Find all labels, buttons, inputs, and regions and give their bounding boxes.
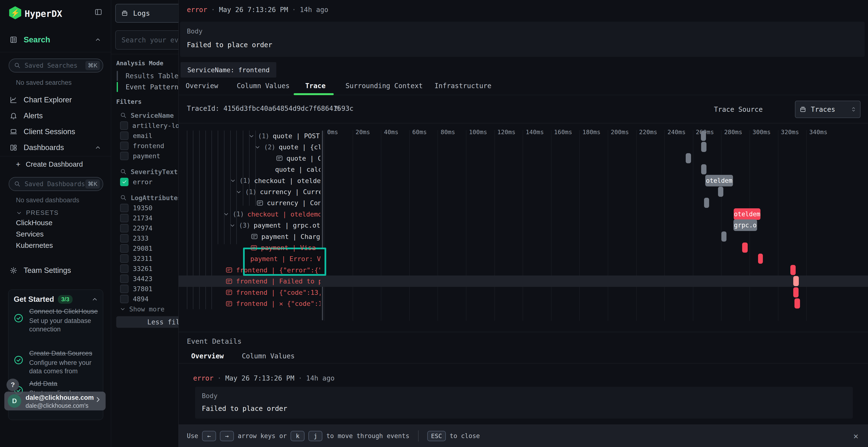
checkbox-checked[interactable] [120, 178, 128, 186]
filter-group-header[interactable]: LogAttributes [111, 193, 183, 203]
span-bar[interactable] [701, 142, 707, 152]
span-bar[interactable] [790, 265, 796, 275]
filter-checkbox-row[interactable]: 19350 [111, 203, 183, 213]
span-bar[interactable] [704, 198, 709, 208]
checkbox[interactable] [120, 142, 128, 150]
create-dashboard-button[interactable]: + Create Dashboard [0, 157, 111, 171]
span-row[interactable]: quote | calc… [275, 164, 320, 175]
span-bar[interactable] [758, 253, 763, 264]
span-row[interactable]: currency | Conv… [256, 197, 320, 209]
checkbox[interactable] [120, 204, 128, 212]
get-started-item[interactable]: Connect to ClickHouseSet up your databas… [14, 307, 99, 334]
tab-infrastructure[interactable]: Infrastructure [434, 82, 491, 90]
span-bar[interactable] [795, 299, 800, 309]
filter-checkbox-row[interactable]: 4894 [111, 294, 183, 304]
filter-checkbox-row[interactable]: 22974 [111, 223, 183, 233]
filter-checkbox-row[interactable]: 2333 [111, 233, 183, 243]
filter-group-header[interactable]: SeverityText [111, 167, 183, 177]
checkbox[interactable] [120, 152, 128, 160]
span-bar[interactable]: oteldem [734, 208, 761, 220]
user-menu[interactable]: D dale@clickhouse.com dale@clickhouse.co… [4, 391, 105, 410]
preset-item-clickhouse[interactable]: ClickHouse [16, 219, 53, 227]
span-bar[interactable] [718, 187, 723, 197]
saved-searches-input[interactable]: Saved Searches ⌘K [9, 59, 103, 72]
tab-overview[interactable]: Overview [186, 82, 218, 90]
checkbox[interactable] [120, 234, 128, 243]
checkbox[interactable] [120, 244, 128, 253]
sidebar-item-client-sessions[interactable]: Client Sessions [0, 124, 111, 140]
filter-group-header[interactable]: ServiceName [111, 110, 183, 121]
edit-pencil-icon[interactable]: ✎ [335, 103, 340, 112]
filter-checkbox-row[interactable]: frontend [111, 141, 183, 151]
span-bar[interactable] [793, 287, 799, 298]
span-bar[interactable] [686, 153, 691, 163]
preset-item-services[interactable]: Services [16, 230, 44, 238]
ed-tab-column-values[interactable]: Column Values [242, 352, 294, 360]
sidebar-item-dashboards[interactable]: Dashboards [0, 140, 111, 156]
get-started-item[interactable]: Create Data SourcesConfigure where your … [14, 349, 99, 376]
span-row[interactable]: quote | C… [276, 153, 320, 164]
span-bar[interactable] [701, 164, 707, 174]
checkbox[interactable] [120, 265, 128, 273]
filter-checkbox-row[interactable]: 29081 [111, 243, 183, 253]
filter-checkbox-row[interactable]: error [111, 177, 183, 187]
filter-checkbox-row[interactable]: artillery-loa [111, 121, 183, 131]
checkbox[interactable] [120, 224, 128, 232]
span-row[interactable]: frontend | Failed to place… [225, 276, 320, 287]
sidebar-item-search[interactable]: Search [0, 32, 111, 48]
tab-column-values[interactable]: Column Values [237, 82, 289, 90]
preset-item-kubernetes[interactable]: Kubernetes [16, 241, 53, 249]
chevron-up-icon[interactable] [94, 144, 101, 151]
span-bar[interactable]: grpc.o [734, 219, 757, 231]
checkbox[interactable] [120, 132, 128, 140]
collapse-sidebar-icon[interactable] [94, 8, 102, 16]
filter-checkbox-row[interactable]: 32311 [111, 253, 183, 264]
trace-source-select[interactable]: Traces [795, 101, 861, 118]
span-bar[interactable] [701, 131, 706, 141]
checkbox[interactable] [120, 275, 128, 283]
sidebar-item-team-settings[interactable]: Team Settings [0, 263, 111, 278]
tab-trace[interactable]: Trace [305, 82, 326, 90]
checkbox[interactable] [120, 295, 128, 303]
close-icon[interactable]: ✕ [854, 431, 858, 441]
span-bar[interactable] [793, 276, 799, 286]
chevron-down-icon[interactable] [223, 211, 229, 217]
panel-divider-scrollbar[interactable] [322, 131, 323, 320]
chevron-down-icon[interactable] [236, 189, 242, 195]
presets-toggle[interactable]: PRESETS [16, 209, 59, 216]
span-bar[interactable] [721, 232, 726, 242]
filter-checkbox-row[interactable]: email [111, 131, 183, 141]
checkbox[interactable] [120, 214, 128, 222]
saved-dashboards-input[interactable]: Saved Dashboards ⌘K [9, 177, 103, 191]
span-bar[interactable] [742, 243, 748, 253]
checkbox[interactable] [120, 122, 128, 130]
span-row[interactable]: payment | Error: Visa… [250, 253, 320, 265]
chevron-down-icon[interactable] [229, 222, 236, 229]
span-row[interactable]: (1)quote | POST … [248, 130, 320, 142]
sidebar-item-alerts[interactable]: Alerts [0, 108, 111, 124]
show-more-button[interactable]: Show more [111, 304, 183, 314]
filter-checkbox-row[interactable]: 33261 [111, 264, 183, 274]
span-row[interactable]: frontend | {"error":{"code… [225, 265, 320, 276]
chevron-down-icon[interactable] [254, 144, 261, 150]
help-button[interactable]: ? [6, 379, 19, 391]
chevron-up-icon[interactable] [91, 296, 98, 303]
analysis-mode-results-table[interactable]: Results Table [117, 70, 179, 81]
span-row[interactable]: (3)payment | grpc.oteld… [229, 220, 320, 231]
filter-checkbox-row[interactable]: 37801 [111, 284, 183, 294]
span-row[interactable]: (2)quote | {cl… [254, 141, 320, 153]
span-row[interactable]: payment | Charge … [251, 231, 320, 242]
checkbox[interactable] [120, 285, 128, 293]
span-row[interactable]: (1)currency | Currenc… [236, 186, 320, 198]
checkbox[interactable] [120, 254, 128, 263]
span-row[interactable]: payment | Visa ca… [250, 242, 320, 253]
chevron-up-icon[interactable] [94, 36, 101, 43]
ed-tab-overview[interactable]: Overview [191, 352, 224, 360]
filter-checkbox-row[interactable]: payment [111, 151, 183, 161]
service-name-chip[interactable]: ServiceName: frontend [181, 62, 276, 77]
sidebar-item-chart-explorer[interactable]: Chart Explorer [0, 92, 111, 108]
tab-surrounding-context[interactable]: Surrounding Context [345, 82, 423, 90]
span-row[interactable]: frontend | {"code":13,"det… [225, 287, 320, 298]
span-bar[interactable]: oteldem [705, 175, 733, 186]
span-row[interactable]: frontend | ✕ {"code":13,"d… [225, 298, 320, 309]
